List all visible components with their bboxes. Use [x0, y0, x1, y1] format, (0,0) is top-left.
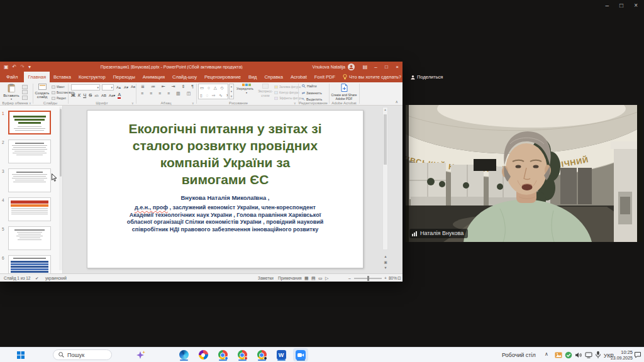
cut-icon[interactable] — [22, 85, 28, 89]
replace-button[interactable]: ⇄ Заменить — [302, 90, 322, 95]
thumbnail-scrollbar[interactable] — [59, 107, 62, 270]
ppt-close-button[interactable]: × — [392, 64, 402, 70]
avatar[interactable] — [348, 63, 355, 70]
search-box[interactable]: Пошук — [53, 349, 112, 360]
zoom-percentage[interactable]: 80% — [389, 276, 397, 280]
tray-microphone-icon[interactable] — [594, 351, 602, 359]
participant-video-tile[interactable]: ХАРКІВСЬКИЙ НАЦІОНАЛЬНИЙ ЕКОНОМІЧНИЙ — [406, 105, 643, 242]
collapse-ribbon-icon[interactable]: ∧ — [396, 99, 398, 104]
shrink-font-icon[interactable]: А▾ — [124, 85, 128, 89]
slide-thumbnail-5[interactable] — [8, 226, 51, 250]
tab-review[interactable]: Рецензирование — [201, 72, 245, 82]
shapes-gallery[interactable]: ▭ ○ △ ◇ ☆ ╲ ▯ ◌ ⇨ ∿ ✕ ⊃ — [198, 84, 228, 99]
taskbar-app-word[interactable]: W — [274, 348, 289, 361]
find-button[interactable]: Найти — [302, 84, 317, 88]
select-button[interactable]: ↖ Выделить — [302, 97, 322, 101]
view-sorter-icon[interactable]: ▤ — [311, 276, 316, 281]
font-color-button[interactable]: А — [118, 92, 121, 99]
tray-photos-icon[interactable] — [555, 351, 562, 359]
ppt-restore-button[interactable]: □ — [381, 64, 392, 70]
paragraph-align-icons[interactable]: ≡ ≡ ≡ ≡ ▥ ◫ — [141, 91, 193, 96]
previous-slide-icon[interactable]: ▲ — [381, 254, 390, 260]
adobe-pdf-button[interactable]: Create and Share Adobe PDF — [330, 84, 358, 101]
taskbar-app-designer[interactable] — [196, 348, 211, 361]
tray-speaker-icon[interactable] — [575, 351, 582, 359]
bold-button[interactable]: Ж — [71, 92, 75, 98]
new-slide-button[interactable]: Создать слайд — [34, 84, 50, 99]
font-dialog-launcher-icon[interactable]: ∨ — [131, 101, 134, 105]
tab-home[interactable]: Главная — [24, 72, 50, 82]
tray-overflow-chevron-icon[interactable]: ∧ — [545, 351, 548, 357]
proofing-icon[interactable]: ✔ — [35, 276, 38, 281]
strikethrough-button[interactable]: S — [89, 92, 92, 98]
italic-button[interactable]: К — [78, 92, 80, 98]
slide-thumbnail-3[interactable] — [8, 168, 51, 192]
notes-button[interactable]: Заметки — [258, 276, 274, 280]
notification-center-icon[interactable] — [634, 351, 641, 359]
format-painter-icon[interactable] — [22, 96, 28, 100]
share-button[interactable]: Поделиться — [405, 72, 448, 82]
taskbar-app-chrome-2[interactable] — [235, 348, 250, 361]
quick-styles-button[interactable]: Экспресс- стили — [258, 84, 273, 97]
tray-antivirus-icon[interactable] — [565, 351, 572, 359]
slide-thumbnail-4[interactable] — [8, 197, 51, 221]
desktop-toggle-label[interactable]: Робочий стіл — [502, 352, 536, 358]
slide-thumbnail-6[interactable] — [8, 255, 51, 273]
tab-help[interactable]: Справка — [260, 72, 286, 82]
slide-navigation-buttons[interactable]: ▲ ▣ ▼ — [381, 254, 390, 271]
tab-design[interactable]: Конструктор — [75, 72, 109, 82]
slide-vertical-scrollbar[interactable]: ▴ — [382, 107, 388, 250]
clock[interactable]: 10:25 23.09.2025 — [608, 349, 633, 361]
slide-thumbnail-2[interactable] — [8, 140, 51, 163]
arrange-button[interactable]: Упорядочить ▾ — [236, 84, 257, 95]
ribbon-display-options-icon[interactable]: ▤ — [360, 64, 370, 70]
section-button[interactable]: Раздел — [52, 96, 68, 100]
language-indicator[interactable]: украинский — [45, 276, 67, 280]
clear-formatting-icon[interactable]: Ав — [131, 85, 135, 89]
redo-icon[interactable]: ↷ — [20, 64, 25, 70]
font-name-combobox[interactable]: ▾ — [71, 84, 100, 90]
save-icon[interactable]: ▣ — [4, 64, 9, 70]
tab-view[interactable]: Вид — [245, 72, 261, 82]
tab-transitions[interactable]: Переходы — [109, 72, 139, 82]
change-case-button[interactable]: Аа▾ — [109, 93, 115, 97]
taskbar-app-chrome-1[interactable] — [215, 348, 230, 361]
shapes-gallery-scrollbar[interactable]: ▴▾≡ — [229, 84, 234, 99]
current-slide[interactable]: Екологічні питання у звітах зі сталого р… — [87, 110, 364, 268]
tab-acrobat[interactable]: Acrobat — [287, 72, 311, 82]
character-spacing-button[interactable]: АВ — [101, 94, 106, 97]
tab-file[interactable]: Файл — [0, 72, 24, 82]
zoom-minimize-button[interactable]: – — [606, 2, 609, 9]
copy-icon[interactable] — [22, 90, 28, 94]
taskbar-app-edge[interactable] — [176, 348, 191, 361]
start-button-icon[interactable] — [17, 351, 25, 359]
next-slide-icon[interactable]: ▼ — [381, 265, 390, 271]
slide-nav-mid-icon[interactable]: ▣ — [381, 260, 390, 265]
font-size-combobox[interactable]: ▾ — [102, 84, 114, 90]
taskbar-app-chrome-3[interactable] — [254, 348, 269, 361]
clipboard-dialog-launcher-icon[interactable]: ∨ — [29, 101, 31, 105]
tab-insert[interactable]: Вставка — [50, 72, 75, 82]
view-normal-icon[interactable]: ▦ — [304, 276, 309, 281]
comments-button[interactable]: Примечания — [278, 276, 302, 280]
paste-button[interactable]: Вставить ▾ — [3, 84, 20, 102]
zoom-slider-knob[interactable] — [367, 276, 369, 281]
zoom-in-button[interactable]: + — [384, 276, 387, 280]
grow-font-icon[interactable]: А▴ — [116, 85, 121, 89]
zoom-out-button[interactable]: – — [348, 276, 351, 280]
copilot-sparkle-icon[interactable] — [136, 350, 146, 360]
slide-thumbnail-1[interactable] — [8, 111, 51, 134]
view-reading-icon[interactable]: ▭ — [318, 276, 323, 281]
taskbar-app-zoom[interactable] — [293, 348, 308, 361]
tab-slideshow[interactable]: Слайд-шоу — [169, 72, 201, 82]
tray-network-icon[interactable] — [585, 351, 592, 359]
zoom-restore-button[interactable]: □ — [619, 2, 623, 9]
tell-me-box[interactable]: Что вы хотите сделать? — [339, 72, 405, 82]
account-name[interactable]: Vnukova Natalija — [312, 65, 345, 69]
text-shadow-button[interactable]: ab — [94, 94, 99, 97]
paragraph-dialog-launcher-icon[interactable]: ∨ — [192, 101, 194, 105]
ppt-minimize-button[interactable]: – — [370, 64, 381, 70]
tab-animations[interactable]: Анимация — [139, 72, 169, 82]
underline-button[interactable]: Ч — [83, 92, 86, 98]
paragraph-list-icons[interactable]: ≣ ≔ ⇤ ⇥ ⇕ ¶ — [141, 84, 196, 89]
